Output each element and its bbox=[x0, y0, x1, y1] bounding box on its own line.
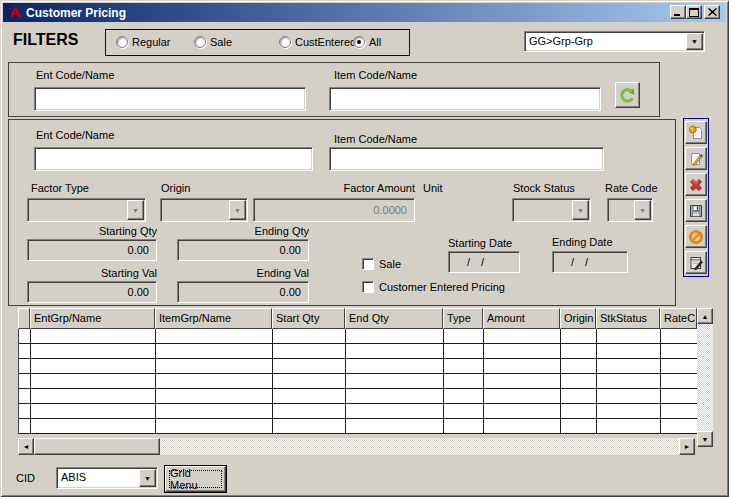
grid-cell[interactable] bbox=[346, 404, 444, 419]
chevron-down-icon[interactable]: ▼ bbox=[634, 200, 651, 220]
grid-cell[interactable] bbox=[484, 419, 561, 434]
radio-custentered[interactable] bbox=[279, 36, 291, 48]
grid-cell[interactable] bbox=[444, 389, 484, 404]
grid-row[interactable] bbox=[19, 344, 697, 359]
grid-cell[interactable] bbox=[484, 404, 561, 419]
grid-cell[interactable] bbox=[597, 419, 661, 434]
detail-item-input[interactable] bbox=[329, 147, 604, 171]
search-item-input[interactable] bbox=[329, 87, 601, 111]
rate-code-combo[interactable]: ▼ bbox=[607, 198, 653, 222]
grid-cell[interactable] bbox=[661, 359, 698, 374]
grid-cell[interactable] bbox=[346, 419, 444, 434]
scrollbar-thumb[interactable] bbox=[34, 438, 160, 455]
stock-status-combo[interactable]: ▼ bbox=[512, 198, 591, 222]
grid-cell[interactable] bbox=[156, 419, 273, 434]
grid-cell[interactable] bbox=[561, 329, 597, 344]
factor-type-combo[interactable]: ▼ bbox=[27, 198, 146, 222]
ending-date-field[interactable]: / / bbox=[552, 251, 628, 273]
grid-cell[interactable] bbox=[31, 359, 156, 374]
radio-sale[interactable] bbox=[194, 36, 206, 48]
grid-cell[interactable] bbox=[484, 374, 561, 389]
grid-cell[interactable] bbox=[661, 344, 698, 359]
sale-checkbox-option[interactable]: Sale bbox=[362, 258, 401, 270]
view-selector-combo[interactable]: GG>Grp-Grp ▼ bbox=[524, 31, 705, 52]
grid-row[interactable] bbox=[19, 374, 697, 389]
radio-regular[interactable] bbox=[116, 36, 128, 48]
radio-all[interactable] bbox=[353, 36, 365, 48]
minimize-button[interactable] bbox=[670, 5, 686, 19]
grid-cell[interactable] bbox=[31, 404, 156, 419]
ending-qty-field[interactable]: 0.00 bbox=[177, 239, 309, 261]
grid-cell[interactable] bbox=[444, 344, 484, 359]
customer-entered-checkbox-option[interactable]: Customer Entered Pricing bbox=[362, 281, 505, 293]
grid-cell[interactable] bbox=[597, 329, 661, 344]
grid-cell[interactable] bbox=[597, 404, 661, 419]
factor-amount-field[interactable]: 0.0000 bbox=[253, 198, 415, 222]
grid-cell[interactable] bbox=[31, 389, 156, 404]
grid-header-selector[interactable] bbox=[18, 308, 30, 329]
grid-cell[interactable] bbox=[561, 419, 597, 434]
grid-vertical-scrollbar[interactable]: ▲ ▼ bbox=[697, 308, 713, 447]
grid-cell[interactable] bbox=[346, 359, 444, 374]
grid-header-end-qty[interactable]: End Qty bbox=[345, 308, 443, 329]
grid-cell[interactable] bbox=[31, 344, 156, 359]
grid-cell[interactable] bbox=[19, 389, 31, 404]
grid-horizontal-scrollbar[interactable]: ◄ ► bbox=[18, 438, 695, 455]
grid-cell[interactable] bbox=[156, 329, 273, 344]
chevron-down-icon[interactable]: ▼ bbox=[686, 33, 703, 50]
add-record-button[interactable] bbox=[685, 121, 707, 144]
grid-cell[interactable] bbox=[19, 419, 31, 434]
grid-cell[interactable] bbox=[273, 359, 346, 374]
grid-cell[interactable] bbox=[661, 419, 698, 434]
grid-header-stkstatus[interactable]: StkStatus bbox=[596, 308, 660, 329]
grid-cell[interactable] bbox=[561, 344, 597, 359]
grid-header-origin[interactable]: Origin bbox=[560, 308, 596, 329]
grid-cell[interactable] bbox=[346, 374, 444, 389]
refresh-button[interactable] bbox=[615, 82, 640, 108]
maximize-button[interactable] bbox=[686, 5, 702, 19]
close-button[interactable] bbox=[704, 5, 720, 19]
grid-cell[interactable] bbox=[31, 374, 156, 389]
grid-header-ratec[interactable]: RateC bbox=[660, 308, 697, 329]
grid-cell[interactable] bbox=[484, 329, 561, 344]
scroll-right-button[interactable]: ► bbox=[679, 438, 695, 455]
grid-cell[interactable] bbox=[661, 374, 698, 389]
sale-checkbox[interactable] bbox=[362, 258, 374, 270]
starting-qty-field[interactable]: 0.00 bbox=[27, 239, 157, 261]
save-record-button[interactable] bbox=[685, 199, 707, 222]
grid-cell[interactable] bbox=[156, 389, 273, 404]
cid-combo[interactable]: ABIS ▼ bbox=[56, 467, 158, 489]
filter-option-regular[interactable]: Regular bbox=[116, 36, 171, 48]
grid-cell[interactable] bbox=[561, 389, 597, 404]
grid-cell[interactable] bbox=[597, 374, 661, 389]
delete-record-button[interactable] bbox=[685, 173, 707, 196]
chevron-down-icon[interactable]: ▼ bbox=[127, 200, 144, 220]
grid-cell[interactable] bbox=[346, 389, 444, 404]
grid-cell[interactable] bbox=[19, 359, 31, 374]
grid-cell[interactable] bbox=[156, 404, 273, 419]
grid-cell[interactable] bbox=[661, 404, 698, 419]
grid-row[interactable] bbox=[19, 359, 697, 374]
starting-val-field[interactable]: 0.00 bbox=[27, 281, 157, 303]
ending-val-field[interactable]: 0.00 bbox=[177, 281, 309, 303]
grid-cell[interactable] bbox=[484, 359, 561, 374]
chevron-down-icon[interactable]: ▼ bbox=[229, 200, 246, 220]
grid-cell[interactable] bbox=[661, 389, 698, 404]
edit-notes-button[interactable] bbox=[685, 251, 707, 274]
grid-cell[interactable] bbox=[597, 359, 661, 374]
grid-cell[interactable] bbox=[484, 389, 561, 404]
grid-cell[interactable] bbox=[19, 374, 31, 389]
filter-option-all[interactable]: All bbox=[353, 36, 381, 48]
grid-cell[interactable] bbox=[346, 329, 444, 344]
chevron-down-icon[interactable]: ▼ bbox=[139, 469, 156, 487]
grid-cell[interactable] bbox=[31, 419, 156, 434]
edit-record-button[interactable] bbox=[685, 147, 707, 170]
chevron-down-icon[interactable]: ▼ bbox=[572, 200, 589, 220]
grid-header-entgrp-name[interactable]: EntGrp/Name bbox=[30, 308, 155, 329]
grid-row[interactable] bbox=[19, 389, 697, 404]
grid-cell[interactable] bbox=[444, 329, 484, 344]
grid-cell[interactable] bbox=[156, 344, 273, 359]
grid-cell[interactable] bbox=[561, 404, 597, 419]
grid-cell[interactable] bbox=[31, 329, 156, 344]
grid-cell[interactable] bbox=[273, 389, 346, 404]
